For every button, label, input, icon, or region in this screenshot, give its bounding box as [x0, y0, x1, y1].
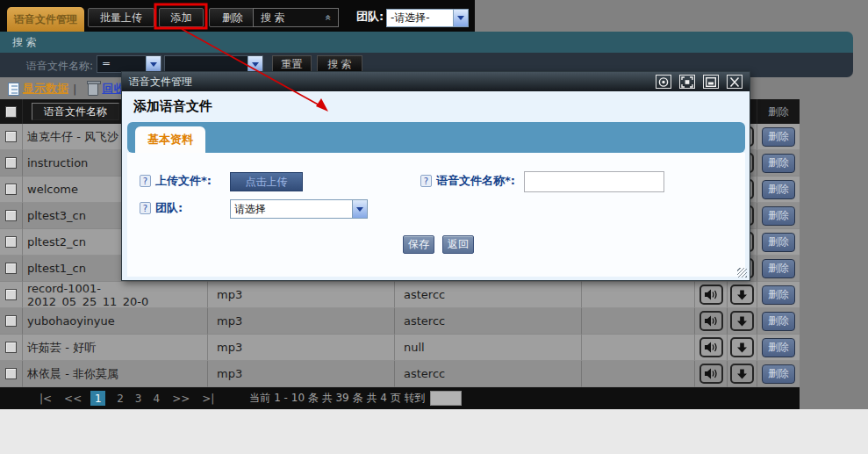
trash-icon: [88, 83, 98, 96]
reset-button[interactable]: 重置: [272, 55, 312, 73]
tab-basic-info[interactable]: 基本资料: [135, 126, 205, 153]
maximize-icon: [681, 76, 693, 88]
search-panel-header: 搜 索: [0, 32, 853, 53]
row-checkbox[interactable]: [5, 236, 17, 248]
help-icon: ?: [140, 202, 151, 214]
download-icon: [736, 342, 748, 353]
play-audio-button[interactable]: [699, 364, 723, 384]
view-links: 显示数据 | 回收站: [0, 80, 136, 97]
voice-file-name-label: 语音文件名称*:: [436, 173, 515, 189]
prev-page-button[interactable]: <<: [64, 393, 82, 405]
row-checkbox[interactable]: [5, 263, 17, 274]
delete-row-button[interactable]: 删除: [762, 206, 795, 226]
team-select[interactable]: -请选择-: [386, 9, 469, 27]
filter-search-button[interactable]: 搜 索: [317, 55, 362, 73]
cell-format: mp3: [208, 308, 395, 335]
table-row: record-1001-2012_05_25_11_20-0 mp3 aster…: [0, 282, 800, 308]
delete-row-button[interactable]: 删除: [762, 259, 795, 278]
chevron-down-icon: [247, 56, 262, 72]
back-button[interactable]: 返回: [442, 235, 474, 254]
download-button[interactable]: [730, 285, 754, 305]
team-field-label: 团队:: [155, 200, 183, 216]
maximize-button[interactable]: [679, 75, 695, 89]
page-button-1[interactable]: 1: [90, 391, 105, 406]
last-page-button[interactable]: >|: [202, 393, 214, 405]
download-icon: [736, 289, 748, 300]
row-checkbox[interactable]: [5, 342, 17, 353]
delete-row-button[interactable]: 删除: [762, 338, 795, 357]
row-checkbox[interactable]: [5, 157, 17, 169]
delete-row-button[interactable]: 删除: [762, 285, 795, 305]
speaker-icon: [704, 342, 718, 353]
cell-file-name: yubohaoyinyue: [23, 308, 208, 335]
delete-row-button[interactable]: 删除: [762, 312, 795, 331]
row-checkbox[interactable]: [5, 210, 17, 221]
delete-row-button[interactable]: 删除: [762, 233, 795, 252]
play-audio-button[interactable]: [699, 337, 723, 357]
speaker-icon: [704, 289, 718, 300]
filter-value-select[interactable]: [164, 55, 263, 73]
team-select-value: -请选择-: [387, 11, 453, 25]
cell-format: mp3: [208, 282, 395, 308]
dialog-titlebar[interactable]: 语音文件管理: [122, 72, 750, 91]
dialog-title: 语音文件管理: [129, 75, 648, 90]
row-checkbox[interactable]: [5, 131, 17, 142]
search-toggle-label: 搜 索: [261, 11, 285, 25]
cell-owner: astercc: [395, 282, 582, 308]
dialog-team-value: 请选择: [231, 202, 352, 217]
dialog-form: ? 上传文件*: 点击上传 ? 语音文件名称*: ? 团队: 请选择 保存 返回: [127, 153, 745, 277]
close-icon: [728, 76, 741, 88]
dialog-tab-bar: 基本资料: [127, 122, 745, 153]
row-checkbox[interactable]: [5, 184, 17, 195]
page-button-2[interactable]: 2: [117, 393, 124, 405]
play-audio-button[interactable]: [699, 285, 723, 305]
operator-select-value: =: [97, 56, 146, 72]
minimize-button[interactable]: [656, 75, 671, 89]
row-checkbox[interactable]: [5, 315, 17, 327]
resize-handle[interactable]: [737, 268, 747, 277]
cell-owner: astercc: [395, 361, 582, 387]
show-data-link[interactable]: 显示数据: [23, 81, 68, 97]
team-label: 团队:: [356, 9, 384, 25]
dialog-team-select[interactable]: 请选择: [230, 199, 368, 219]
download-button[interactable]: [730, 337, 754, 357]
delete-column-header: 删除: [768, 104, 789, 119]
speaker-icon: [704, 315, 718, 327]
close-button[interactable]: [727, 75, 742, 89]
operator-select[interactable]: =: [97, 55, 161, 73]
restore-icon: [705, 76, 717, 88]
page-button-3[interactable]: 3: [135, 393, 142, 405]
delete-button[interactable]: 删除: [209, 8, 256, 27]
download-button[interactable]: [730, 364, 754, 384]
link-separator: |: [73, 83, 76, 96]
delete-row-button[interactable]: 删除: [762, 364, 795, 384]
add-voice-file-dialog: 语音文件管理 添加语音文件 基本资料 ? 上传文件*: 点击上传 ? 语音文件名…: [121, 71, 750, 281]
batch-upload-button[interactable]: 批量上传: [88, 8, 154, 27]
search-toggle-button[interactable]: 搜 索 «: [253, 8, 339, 27]
minimize-icon: [657, 76, 670, 88]
page-button-4[interactable]: 4: [154, 393, 161, 405]
tab-voice-file-management[interactable]: 语音文件管理: [7, 7, 84, 32]
delete-row-button[interactable]: 删除: [762, 154, 795, 173]
play-audio-button[interactable]: [699, 311, 723, 331]
select-all-checkbox[interactable]: [5, 106, 17, 118]
first-page-button[interactable]: |<: [39, 393, 52, 405]
name-column-header[interactable]: 语音文件名称: [32, 103, 119, 120]
cell-description: [582, 361, 695, 387]
goto-page-input[interactable]: [430, 391, 462, 406]
row-checkbox[interactable]: [5, 289, 17, 300]
upload-file-label: 上传文件*:: [155, 173, 212, 189]
click-upload-button[interactable]: 点击上传: [230, 172, 303, 191]
pagination-info: 当前 1 - 10 条 共 39 条 共 4 页 转到: [249, 391, 425, 406]
filter-value: [165, 56, 247, 72]
restore-button[interactable]: [703, 75, 719, 89]
download-icon: [736, 368, 748, 379]
save-button[interactable]: 保存: [403, 235, 434, 254]
row-checkbox[interactable]: [5, 368, 17, 379]
next-page-button[interactable]: >>: [172, 393, 190, 405]
delete-row-button[interactable]: 删除: [762, 127, 795, 147]
voice-file-name-input[interactable]: [524, 171, 664, 192]
add-button[interactable]: 添加: [159, 8, 204, 27]
download-button[interactable]: [730, 311, 754, 331]
delete-row-button[interactable]: 删除: [762, 180, 795, 199]
